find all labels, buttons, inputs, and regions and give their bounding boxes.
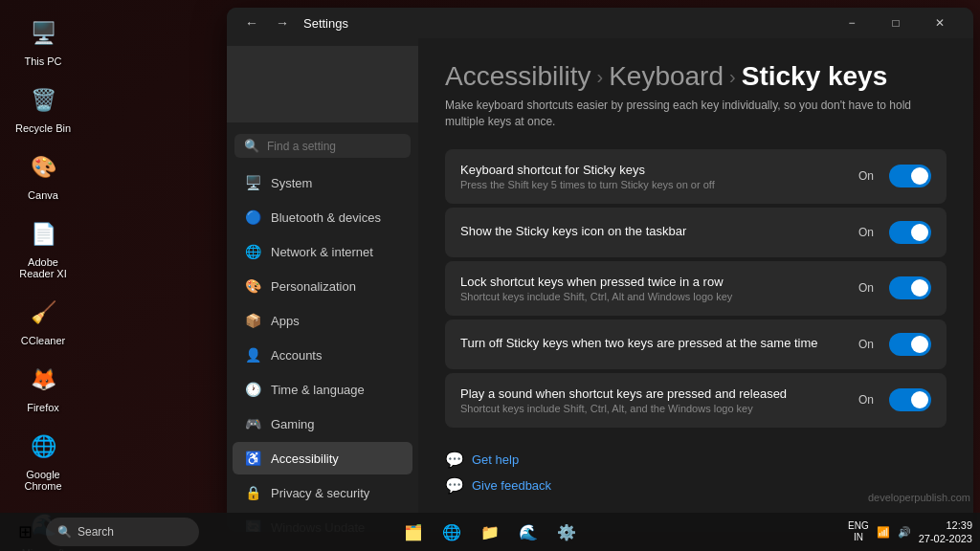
give-feedback-label: Give feedback [472,478,551,493]
toggle-track-lock-shortcut[interactable] [889,276,931,299]
footer-links: 💬 Get help 💬 Give feedback [445,447,947,498]
breadcrumb: Accessibility › Keyboard › Sticky keys [445,61,947,92]
setting-keyboard-shortcut-title: Keyboard shortcut for Sticky keys [460,163,858,177]
setting-show-icon-title: Show the Sticky keys icon on the taskbar [460,224,858,238]
sidebar-item-time[interactable]: 🕐 Time & language [233,373,412,406]
sidebar-item-system[interactable]: 🖥️ System [233,166,412,199]
toggle-show-icon[interactable] [889,221,931,244]
ccleaner-label: CCleaner [21,335,65,346]
breadcrumb-sep-1: › [596,66,603,88]
sidebar-item-network[interactable]: 🌐 Network & internet [233,235,412,268]
get-help-icon: 💬 [445,451,464,469]
toggle-label-play-sound: On [858,393,874,407]
setting-row-turn-off-info: Turn off Sticky keys when two keys are p… [460,336,858,352]
setting-search-input[interactable] [267,140,411,153]
desktop-icon-canva[interactable]: 🎨 Canva [5,143,81,206]
main-content: Accessibility › Keyboard › Sticky keys M… [418,38,973,532]
sidebar-item-apps[interactable]: 📦 Apps [233,304,412,337]
setting-row-turn-off: Turn off Sticky keys when two keys are p… [445,320,947,369]
setting-turn-off-title: Turn off Sticky keys when two keys are p… [460,336,858,350]
back-button[interactable]: ← [238,10,265,36]
page-description: Make keyboard shortcuts easier by pressi… [445,98,947,130]
network-icon: 🌐 [244,243,261,260]
toggle-track-keyboard-shortcut[interactable] [889,165,931,187]
toggle-track-play-sound[interactable] [889,388,931,411]
get-help-link[interactable]: 💬 Get help [445,447,947,473]
firefox-icon: 🦊 [24,361,62,399]
desktop-icon-this-pc[interactable]: 🖥️ This PC [5,10,81,72]
sidebar-item-gaming[interactable]: 🎮 Gaming [233,408,412,440]
taskbar-browser-button[interactable]: 🌐 [434,515,469,549]
accounts-icon: 👤 [244,346,261,364]
titlebar-nav: ← → [238,10,296,36]
toggle-lock-shortcut[interactable] [889,276,931,299]
this-pc-icon: 🖥️ [24,14,62,53]
desktop-icon-firefox[interactable]: 🦊 Firefox [5,356,81,418]
setting-row-lock-shortcut: Lock shortcut keys when pressed twice in… [445,261,947,316]
bluetooth-icon: 🔵 [244,209,261,226]
toggle-track-turn-off[interactable] [889,333,931,356]
desktop-icon-area: 🖥️ This PC 🗑️ Recycle Bin 🎨 Canva 📄 Adob… [0,0,86,507]
desktop-icon-recycle-bin[interactable]: 🗑️ Recycle Bin [5,77,81,139]
taskbar-search-icon: 🔍 [57,525,72,539]
sidebar-item-apps-label: Apps [271,314,300,328]
forward-button[interactable]: → [269,10,296,36]
sidebar-item-accessibility[interactable]: ♿ Accessibility [233,442,412,474]
sidebar-item-personalization-label: Personalization [271,279,356,294]
toggle-label-lock-shortcut: On [858,281,874,295]
close-button[interactable]: ✕ [918,8,962,38]
taskbar-left: ⊞ 🔍 Search [8,515,199,549]
ccleaner-icon: 🧹 [24,294,62,332]
chrome-icon: 🌐 [24,428,62,466]
taskbar-settings-button[interactable]: ⚙️ [549,515,584,549]
date: 27-02-2023 [919,532,972,545]
setting-row-show-icon-info: Show the Sticky keys icon on the taskbar [460,224,858,240]
search-icon: 🔍 [244,139,259,153]
breadcrumb-keyboard[interactable]: Keyboard [609,61,724,92]
toggle-container-play-sound: On [858,388,931,411]
desktop-icon-chrome[interactable]: 🌐 Google Chrome [5,423,81,496]
desktop-icon-ccleaner[interactable]: 🧹 CCleaner [5,289,81,351]
recycle-bin-icon: 🗑️ [24,81,62,120]
sidebar-item-accounts[interactable]: 👤 Accounts [233,339,412,371]
breadcrumb-sticky-keys: Sticky keys [742,61,888,92]
taskbar-right: ENGIN 📶 🔊 12:39 27-02-2023 [848,518,972,546]
setting-row-keyboard-shortcut: Keyboard shortcut for Sticky keys Press … [445,149,947,204]
sidebar-item-privacy[interactable]: 🔒 Privacy & security [233,476,412,509]
taskbar-folder-button[interactable]: 📁 [473,515,507,549]
titlebar-controls: − □ ✕ [830,8,962,38]
sidebar-item-network-label: Network & internet [271,245,373,259]
setting-row-play-sound-info: Play a sound when shortcut keys are pres… [460,386,858,414]
sidebar-item-bluetooth[interactable]: 🔵 Bluetooth & devices [233,201,412,233]
sidebar-item-time-label: Time & language [271,383,365,397]
desktop-icon-adobe[interactable]: 📄 Adobe Reader XI [5,210,81,284]
setting-row-play-sound: Play a sound when shortcut keys are pres… [445,373,947,428]
taskbar-edge-button[interactable]: 🌊 [511,515,546,549]
breadcrumb-accessibility[interactable]: Accessibility [445,61,590,92]
time: 12:39 [919,518,972,532]
taskbar-search[interactable]: 🔍 Search [46,518,199,546]
get-help-label: Get help [472,452,519,467]
setting-lock-shortcut-title: Lock shortcut keys when pressed twice in… [460,275,858,289]
sidebar-item-privacy-label: Privacy & security [271,486,369,500]
taskbar-files-button[interactable]: 🗂️ [396,515,431,549]
setting-row-lock-shortcut-info: Lock shortcut keys when pressed twice in… [460,275,858,302]
setting-search-box[interactable]: 🔍 [234,134,411,158]
sidebar-item-accessibility-label: Accessibility [271,452,339,466]
canva-icon: 🎨 [24,148,62,187]
toggle-keyboard-shortcut[interactable] [889,165,931,187]
adobe-label: Adobe Reader XI [10,256,77,279]
sidebar-item-accounts-label: Accounts [271,348,322,363]
maximize-button[interactable]: □ [874,8,918,38]
taskbar-center: 🗂️ 🌐 📁 🌊 ⚙️ [396,515,584,549]
minimize-button[interactable]: − [830,8,874,38]
toggle-turn-off[interactable] [889,333,931,356]
toggle-container-show-icon: On [858,221,931,244]
give-feedback-icon: 💬 [445,476,464,495]
sidebar-item-personalization[interactable]: 🎨 Personalization [233,270,412,302]
start-button[interactable]: ⊞ [8,515,42,549]
toggle-track-show-icon[interactable] [889,221,931,244]
volume-icon: 🔊 [898,526,911,539]
time-icon: 🕐 [244,381,261,398]
toggle-play-sound[interactable] [889,388,931,411]
